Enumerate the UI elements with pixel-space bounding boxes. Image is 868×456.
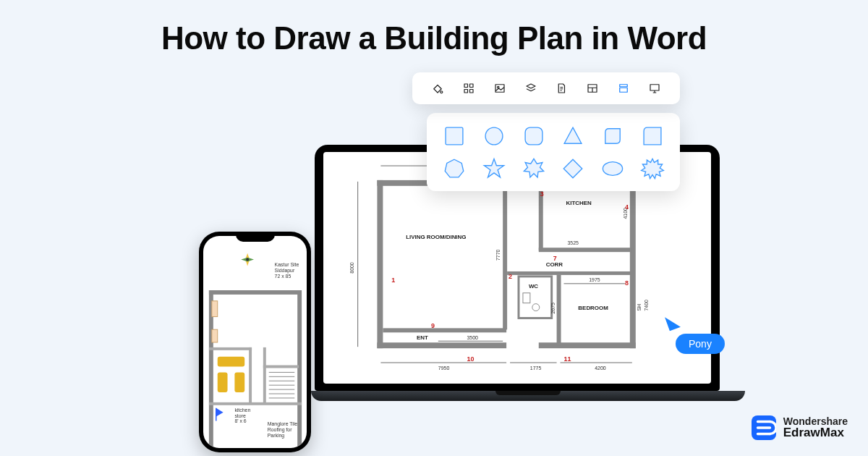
room-living: LIVING ROOM/DINING — [406, 234, 466, 240]
svg-rect-26 — [503, 186, 507, 330]
rd9: 9 — [431, 322, 435, 329]
svg-rect-29 — [539, 248, 632, 252]
dim-bed-h: 2675 — [550, 303, 556, 314]
svg-rect-24 — [630, 180, 636, 348]
svg-rect-43 — [209, 290, 300, 295]
image-icon[interactable] — [493, 81, 507, 96]
svg-point-11 — [485, 127, 503, 145]
shapes-panel — [427, 113, 680, 191]
page-icon[interactable] — [554, 81, 569, 96]
shape-burst-8[interactable] — [516, 154, 551, 182]
grid-icon[interactable] — [461, 81, 476, 96]
fill-icon[interactable] — [430, 81, 445, 96]
dim-living-h: 7770 — [495, 249, 501, 261]
svg-rect-7 — [620, 85, 628, 87]
room-ent: ENT — [417, 334, 428, 341]
svg-rect-53 — [218, 357, 244, 367]
rd4: 4 — [625, 203, 629, 211]
rd3: 3 — [540, 190, 544, 198]
laptop-base — [311, 391, 745, 401]
svg-rect-2 — [464, 90, 468, 93]
phone-canvas: Kastur Site Siddapur 72 x 85 — [203, 236, 307, 448]
rd10: 10 — [467, 355, 475, 363]
presentation-icon[interactable] — [647, 81, 662, 96]
dim-kitchen-w: 3525 — [567, 240, 579, 245]
phone-mockup: Kastur Site Siddapur 72 x 85 — [199, 232, 311, 452]
layout-icon[interactable] — [585, 81, 600, 96]
shape-square[interactable] — [437, 122, 472, 150]
dim-bot-right: 4200 — [595, 366, 606, 371]
page-title: How to Draw a Building Plan in Word — [0, 0, 868, 56]
svg-marker-15 — [524, 159, 543, 177]
svg-marker-14 — [484, 159, 503, 177]
shape-rounded-square[interactable] — [516, 122, 551, 150]
svg-marker-63 — [216, 408, 224, 417]
shape-circle[interactable] — [477, 122, 512, 150]
site-label-1: Kastur Site — [275, 262, 299, 267]
svg-rect-47 — [249, 347, 252, 405]
svg-rect-49 — [263, 366, 299, 368]
shape-ellipse[interactable] — [595, 154, 631, 182]
ks2: store — [234, 413, 245, 418]
shape-diamond[interactable] — [556, 154, 591, 182]
edrawmax-logo-icon — [752, 415, 776, 440]
svg-rect-52 — [212, 329, 218, 342]
svg-rect-23 — [377, 342, 506, 348]
svg-rect-30 — [507, 271, 633, 275]
rf3: Parking — [268, 433, 285, 439]
shape-star[interactable] — [477, 154, 512, 182]
dim-bed-w: 1975 — [589, 277, 600, 282]
svg-rect-1 — [470, 84, 474, 88]
rd1: 1 — [391, 276, 395, 284]
rd2: 2 — [509, 273, 512, 280]
shape-leaf[interactable] — [595, 122, 631, 150]
svg-rect-8 — [620, 88, 628, 92]
svg-rect-33 — [523, 293, 530, 303]
shape-toolbar — [412, 72, 680, 104]
svg-point-42 — [246, 258, 249, 261]
svg-marker-18 — [641, 159, 663, 178]
layers-icon[interactable] — [524, 81, 538, 96]
rd8: 8 — [625, 279, 629, 287]
stack-icon[interactable] — [616, 81, 631, 96]
site-label-2: Siddapur — [275, 268, 295, 274]
brand-badge: Wondershare EdrawMax — [752, 415, 848, 440]
svg-rect-27 — [383, 328, 506, 332]
cursor-icon — [665, 313, 681, 331]
ks3: 8' x 6 — [234, 418, 246, 423]
svg-rect-34 — [557, 275, 561, 345]
phone-notch-icon — [236, 232, 275, 242]
ks1: kitchen — [234, 408, 250, 413]
svg-rect-9 — [650, 85, 659, 90]
brand-line-2: EdrawMax — [783, 426, 848, 439]
dim-bot-mid: 1775 — [530, 366, 542, 371]
svg-rect-51 — [212, 301, 218, 317]
svg-rect-45 — [297, 290, 302, 447]
brand-line-1: Wondershare — [783, 416, 848, 427]
svg-rect-12 — [525, 127, 542, 145]
svg-point-32 — [532, 304, 540, 311]
dim-bed-h2: 7400 — [644, 300, 649, 311]
rf2: Roofing for — [268, 427, 292, 433]
dim-bed-sh: SH — [637, 304, 642, 311]
svg-rect-50 — [263, 347, 266, 405]
svg-rect-48 — [209, 402, 302, 405]
shape-tab-rect[interactable] — [634, 122, 670, 150]
shape-burst-12[interactable] — [634, 154, 670, 182]
svg-rect-25 — [539, 342, 636, 348]
collaborator-name-pill: Pony — [676, 334, 725, 354]
room-bedroom: BEDROOM — [578, 305, 608, 311]
svg-rect-46 — [209, 347, 252, 350]
room-corr: CORR — [546, 261, 563, 268]
svg-marker-16 — [564, 159, 583, 178]
svg-rect-54 — [218, 372, 228, 392]
room-kitchen: KITCHEN — [566, 200, 592, 206]
room-wc: WC — [529, 283, 538, 290]
shape-triangle[interactable] — [556, 122, 591, 150]
svg-marker-13 — [446, 159, 464, 177]
svg-rect-10 — [446, 127, 463, 145]
shape-heptagon[interactable] — [437, 154, 472, 182]
rd11: 11 — [564, 355, 571, 363]
collaborator-cursor: Pony — [665, 315, 725, 354]
svg-rect-3 — [470, 90, 474, 93]
